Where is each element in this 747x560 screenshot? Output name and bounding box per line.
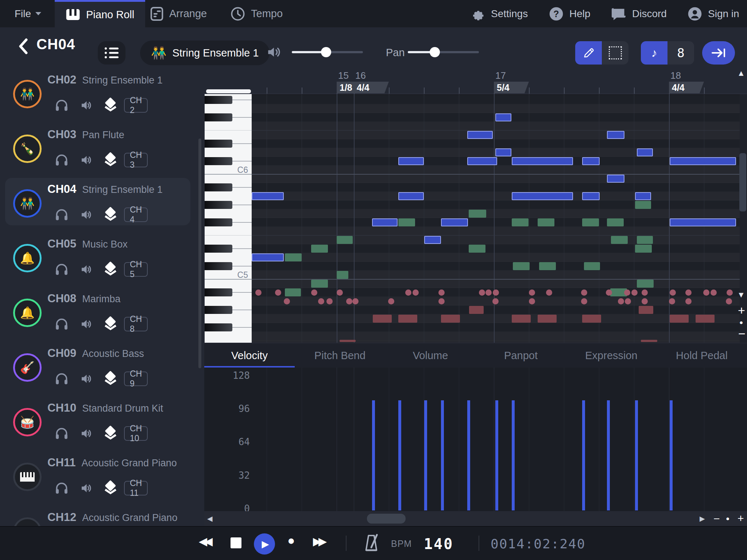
headphones-icon[interactable] [55, 427, 69, 440]
layers-icon[interactable] [103, 152, 118, 167]
track-avatar[interactable] [13, 517, 42, 526]
midi-note-selected-track[interactable] [252, 192, 284, 200]
speaker-icon[interactable] [80, 153, 93, 167]
instrument-selector[interactable]: 👬 String Ensemble 1 [140, 40, 270, 65]
midi-note-other-track[interactable] [635, 245, 652, 253]
midi-note-selected-track[interactable] [635, 192, 651, 200]
midi-note-other-track[interactable] [637, 280, 654, 288]
layers-icon[interactable] [103, 97, 118, 113]
midi-note-other-track-2[interactable] [639, 306, 653, 314]
piano-keyboard[interactable]: C6C5 [205, 94, 252, 343]
midi-note-other-track[interactable] [538, 218, 554, 226]
midi-note-selected-track[interactable] [441, 218, 468, 226]
velocity-bar[interactable] [441, 400, 444, 510]
midi-note-other-track[interactable] [285, 253, 302, 261]
track-avatar[interactable]: 🎸 [13, 353, 42, 382]
scroll-right-button[interactable]: ▶ [700, 515, 705, 522]
pan-slider-thumb[interactable] [430, 47, 440, 57]
velocity-bar[interactable] [398, 400, 401, 510]
jump-to-end-button[interactable] [702, 41, 735, 65]
midi-note-other-track-2[interactable] [469, 306, 484, 314]
black-key[interactable] [205, 306, 232, 314]
headphones-icon[interactable] [55, 208, 69, 221]
drum-hit[interactable] [685, 289, 692, 296]
layers-icon[interactable] [103, 316, 118, 331]
track-avatar[interactable]: 🥁 [13, 408, 42, 436]
midi-note-selected-track[interactable] [637, 148, 653, 156]
tab-piano-roll[interactable]: Piano Roll [55, 0, 145, 27]
drum-hit[interactable] [642, 289, 648, 296]
tab-arrange[interactable]: Arrange [139, 0, 218, 27]
time-signature-badge[interactable]: 4/4 [669, 82, 704, 93]
track-list-toggle-button[interactable] [98, 41, 125, 65]
drum-hit[interactable] [625, 298, 631, 304]
midi-note-selected-track[interactable] [582, 192, 600, 200]
drum-hit[interactable] [581, 298, 587, 304]
drum-hit[interactable] [711, 289, 717, 296]
vertical-scrollbar-thumb[interactable] [739, 153, 746, 211]
midi-note-other-track-2[interactable] [582, 315, 601, 323]
drum-hit[interactable] [618, 298, 624, 304]
header-item-discord[interactable]: Discord [611, 0, 667, 27]
black-key[interactable] [205, 96, 232, 104]
velocity-bar[interactable] [582, 400, 585, 510]
midi-note-other-track-2[interactable] [398, 315, 417, 323]
zoom-reset-horizontal-button[interactable]: ● [726, 516, 729, 522]
track-avatar[interactable] [13, 463, 42, 491]
midi-note-clipped[interactable] [340, 340, 356, 342]
midi-note-selected-track[interactable] [670, 157, 736, 165]
layers-icon[interactable] [103, 480, 118, 495]
black-key[interactable] [205, 140, 232, 148]
drum-hit[interactable] [405, 289, 411, 296]
black-key[interactable] [205, 323, 232, 331]
midi-note-other-track-2[interactable] [512, 315, 531, 323]
drum-hit[interactable] [546, 289, 552, 296]
record-button[interactable]: ● [287, 533, 295, 548]
black-key[interactable] [205, 113, 232, 121]
midi-note-other-track-2[interactable] [441, 315, 460, 323]
velocity-bar[interactable] [495, 400, 498, 510]
drum-hit[interactable] [255, 289, 262, 296]
drum-hit[interactable] [438, 298, 445, 304]
black-key[interactable] [205, 245, 232, 253]
visible-range-indicator[interactable] [206, 89, 251, 93]
midi-note-other-track[interactable] [539, 262, 556, 270]
midi-note-other-track-2[interactable] [373, 315, 392, 323]
drum-hit[interactable] [727, 289, 733, 296]
speaker-icon[interactable] [80, 372, 93, 385]
drum-hit[interactable] [529, 298, 535, 304]
velocity-bar[interactable] [467, 400, 470, 510]
zoom-out-horizontal-button[interactable]: − [713, 513, 720, 524]
midi-note-selected-track[interactable] [252, 253, 284, 261]
midi-note-other-track[interactable] [469, 245, 485, 253]
layers-icon[interactable] [103, 371, 118, 386]
drum-hit[interactable] [670, 289, 676, 296]
track-avatar[interactable]: 👬 [13, 189, 42, 218]
midi-note-selected-track[interactable] [607, 175, 624, 183]
note-grid[interactable] [252, 94, 740, 343]
horizontal-scrollbar[interactable]: ◀ ▶ − ● + [204, 511, 747, 526]
midi-note-selected-track[interactable] [467, 131, 493, 139]
drum-hit[interactable] [388, 298, 394, 304]
marquee-select-tool-button[interactable] [602, 41, 628, 65]
drum-hit[interactable] [346, 298, 352, 304]
black-key[interactable] [205, 218, 232, 226]
track-avatar[interactable]: 🔔 [13, 299, 42, 327]
midi-note-other-track[interactable] [635, 201, 651, 209]
layers-icon[interactable] [103, 425, 118, 441]
black-key[interactable] [205, 157, 232, 165]
midi-note-selected-track[interactable] [424, 236, 441, 244]
controller-tab-velocity[interactable]: Velocity [204, 343, 295, 368]
horizontal-scrollbar-thumb[interactable] [367, 514, 406, 524]
speaker-icon[interactable] [80, 208, 93, 221]
scroll-left-button[interactable]: ◀ [207, 515, 213, 522]
bpm-value[interactable]: 140 [424, 536, 453, 552]
midi-note-selected-track[interactable] [495, 148, 511, 156]
midi-note-other-track[interactable] [513, 262, 530, 270]
controller-tab-expression[interactable]: Expression [566, 343, 657, 368]
pan-slider[interactable] [408, 51, 479, 53]
drum-hit[interactable] [581, 289, 587, 296]
zoom-in-vertical-button[interactable]: + [738, 304, 745, 316]
track-avatar[interactable]: 👬 [13, 80, 42, 108]
track-list-scrollbar[interactable] [198, 139, 201, 368]
